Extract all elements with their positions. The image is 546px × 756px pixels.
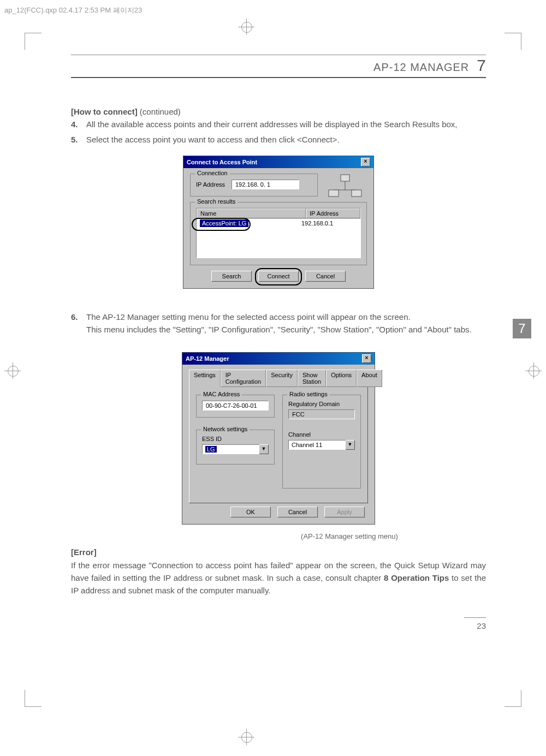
manager-dialog: AP-12 Manager × Settings IP Configuratio… bbox=[182, 352, 375, 525]
dialog-titlebar: AP-12 Manager × bbox=[182, 353, 375, 365]
essid-label: ESS ID bbox=[202, 436, 269, 442]
search-results-legend: Search results bbox=[195, 198, 238, 205]
page-content: AP-12 MANAGER 7 [How to connect] (contin… bbox=[71, 55, 486, 597]
dialog-titlebar: Connect to Access Point × bbox=[183, 156, 373, 168]
tab-about[interactable]: About bbox=[357, 370, 382, 387]
search-button[interactable]: Search bbox=[211, 271, 252, 282]
tab-settings[interactable]: Settings bbox=[189, 370, 221, 387]
step-4: 4. All the available access points and t… bbox=[71, 118, 486, 130]
svg-rect-5 bbox=[352, 190, 361, 197]
highlight-connect-circle bbox=[255, 268, 302, 285]
svg-rect-0 bbox=[341, 175, 349, 181]
crop-corner-bl bbox=[25, 690, 41, 707]
registration-mark-left bbox=[4, 362, 21, 379]
tab-strip: Settings IP Configuration Security Show … bbox=[189, 369, 368, 386]
side-tab: 7 bbox=[513, 319, 531, 338]
dialog-title: AP-12 Manager bbox=[186, 355, 229, 362]
search-results-list[interactable]: Name IP Address AccessPoint: LG 192.168.… bbox=[196, 208, 361, 258]
svg-rect-4 bbox=[329, 190, 339, 197]
channel-value: Channel 11 bbox=[288, 440, 346, 450]
error-text-bold: 8 Operation Tips bbox=[384, 573, 449, 582]
tab-ip-configuration[interactable]: IP Configuration bbox=[221, 370, 266, 387]
close-icon[interactable]: × bbox=[361, 158, 370, 166]
connection-legend: Connection bbox=[195, 170, 230, 176]
steps-list: 4. All the available access points and t… bbox=[71, 118, 486, 146]
apply-button[interactable]: Apply bbox=[324, 507, 365, 517]
chevron-down-icon[interactable]: ▼ bbox=[346, 440, 355, 450]
step6-text-a: The AP-12 Manager setting menu for the s… bbox=[86, 312, 411, 322]
step-5: 5. Select the access point you want to a… bbox=[71, 133, 486, 146]
network-icon bbox=[323, 174, 367, 201]
essid-value: LG bbox=[205, 446, 217, 453]
step-text: All the available access points and thei… bbox=[86, 118, 486, 130]
cancel-button[interactable]: Cancel bbox=[277, 507, 318, 517]
cancel-button[interactable]: Cancel bbox=[305, 271, 346, 282]
ok-button[interactable]: OK bbox=[230, 507, 271, 517]
close-icon[interactable]: × bbox=[362, 354, 371, 363]
chevron-down-icon[interactable]: ▼ bbox=[259, 444, 269, 454]
tab-show-station[interactable]: Show Station bbox=[298, 370, 326, 387]
dialog-title: Connect to Access Point bbox=[187, 159, 257, 165]
tab-panel-settings: MAC Address 00-90-C7-26-00-01 Network se… bbox=[189, 386, 368, 503]
regulatory-label: Regulatory Domain bbox=[288, 401, 355, 407]
connect-dialog: Connect to Access Point × Connection IP … bbox=[183, 156, 374, 289]
step6-text-b: This menu includes the "Setting", "IP Co… bbox=[86, 325, 472, 334]
step-number: 6. bbox=[71, 311, 86, 336]
registration-mark-right bbox=[525, 362, 542, 379]
section-header: AP-12 MANAGER 7 bbox=[71, 56, 486, 78]
ip-address-field[interactable]: 192.168. 0. 1 bbox=[232, 180, 299, 189]
crop-corner-tl bbox=[25, 33, 41, 50]
how-to-connect-heading: [How to connect] bbox=[71, 107, 138, 116]
step-number: 4. bbox=[71, 118, 86, 130]
essid-combo[interactable]: LG ▼ bbox=[202, 444, 269, 454]
file-header: ap_12(FCC).qxp 02.4.17 2:53 PM 페이지23 bbox=[4, 5, 142, 15]
step-text: Select the access point you want to acce… bbox=[86, 133, 486, 146]
highlight-row-circle bbox=[192, 218, 251, 231]
channel-label: Channel bbox=[288, 431, 355, 438]
step-6: 6. The AP-12 Manager setting menu for th… bbox=[71, 311, 486, 336]
ip-address-label: IP Address bbox=[196, 181, 225, 188]
step-number: 5. bbox=[71, 133, 86, 146]
error-heading: [Error] bbox=[71, 546, 486, 558]
crop-corner-br bbox=[505, 690, 521, 707]
radio-settings-legend: Radio settings bbox=[287, 391, 330, 397]
network-settings-legend: Network settings bbox=[201, 426, 250, 432]
continued-suffix: (continued) bbox=[138, 107, 181, 116]
section-number: 7 bbox=[477, 56, 486, 75]
section-title: AP-12 MANAGER bbox=[373, 61, 469, 74]
tab-security[interactable]: Security bbox=[266, 370, 298, 387]
mac-address-field[interactable]: 00-90-C7-26-00-01 bbox=[202, 401, 269, 410]
result-ip: 192.168.0.1 bbox=[301, 220, 357, 227]
tab-options[interactable]: Options bbox=[326, 370, 357, 387]
channel-combo[interactable]: Channel 11 ▼ bbox=[288, 440, 355, 450]
mac-address-legend: MAC Address bbox=[201, 391, 242, 397]
steps-list-2: 6. The AP-12 Manager setting menu for th… bbox=[71, 311, 486, 336]
column-header-ip: IP Address bbox=[306, 209, 360, 218]
registration-mark-bottom bbox=[238, 729, 254, 745]
manager-caption: (AP-12 Manager setting menu) bbox=[213, 532, 486, 540]
page-number: 23 bbox=[464, 617, 486, 630]
column-header-name: Name bbox=[197, 209, 306, 218]
crop-corner-tr bbox=[505, 33, 521, 50]
regulatory-field: FCC bbox=[288, 409, 355, 419]
